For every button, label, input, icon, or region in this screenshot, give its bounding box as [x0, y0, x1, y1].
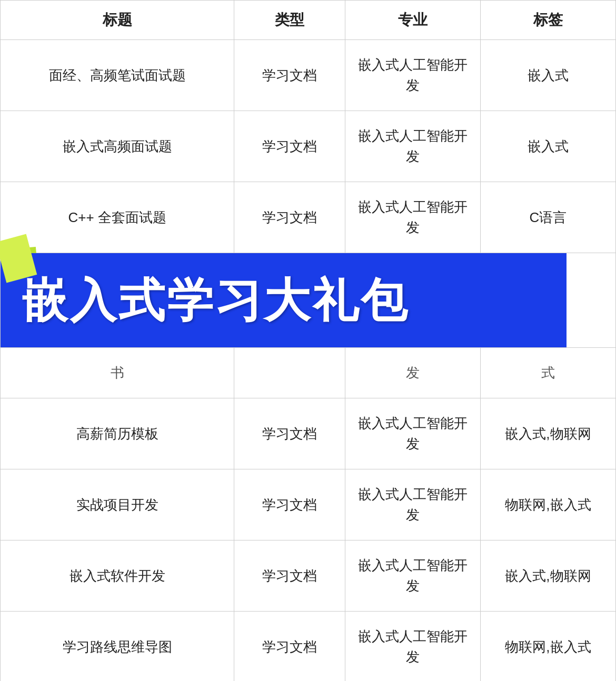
cell-major: 嵌入式人工智能开发	[345, 40, 480, 111]
cell-type: 学习文档	[234, 612, 345, 682]
cell-title: C++ 全套面试题	[1, 182, 234, 253]
cell-title: 学习路线思维导图	[1, 612, 234, 682]
banner-overlay: 嵌入式学习大礼包	[1, 253, 567, 347]
cell-tag: 物联网,嵌入式	[480, 469, 615, 540]
col-header-major: 专业	[345, 1, 480, 40]
cell-title: 嵌入式高频面试题	[1, 111, 234, 182]
table-row: 面经、高频笔试面试题 学习文档 嵌入式人工智能开发 嵌入式	[1, 40, 616, 111]
cell-major: 嵌入式人工智能开发	[345, 469, 480, 540]
cell-major-partial: 发	[345, 348, 480, 398]
cell-tag: C语言	[480, 182, 615, 253]
cell-title: 实战项目开发	[1, 469, 234, 540]
cell-major: 嵌入式人工智能开发	[345, 612, 480, 682]
cell-tag-partial: 式	[480, 348, 615, 398]
cell-major: 嵌入式人工智能开发	[345, 540, 480, 612]
col-header-type: 类型	[234, 1, 345, 40]
cell-title: 嵌入式软件开发	[1, 540, 234, 612]
main-table: 标题 类型 专业 标签 面经、高频笔试面试题 学习文档 嵌入式人工智能开发 嵌入…	[0, 0, 616, 681]
cell-type: 学习文档	[234, 398, 345, 469]
col-header-title: 标题	[1, 1, 234, 40]
cell-type: 学习文档	[234, 182, 345, 253]
cell-tag: 嵌入式	[480, 111, 615, 182]
cell-type: 学习文档	[234, 540, 345, 612]
cell-tag: 嵌入式,物联网	[480, 398, 615, 469]
banner-row: 嵌入式学习大礼包	[1, 253, 616, 348]
table-wrapper: 标题 类型 专业 标签 面经、高频笔试面试题 学习文档 嵌入式人工智能开发 嵌入…	[0, 0, 616, 681]
cell-type: 学习文档	[234, 111, 345, 182]
table-header-row: 标题 类型 专业 标签	[1, 1, 616, 40]
cell-major: 嵌入式人工智能开发	[345, 398, 480, 469]
table-row: 嵌入式软件开发 学习文档 嵌入式人工智能开发 嵌入式,物联网	[1, 540, 616, 612]
cell-major: 嵌入式人工智能开发	[345, 182, 480, 253]
table-row: 嵌入式高频面试题 学习文档 嵌入式人工智能开发 嵌入式	[1, 111, 616, 182]
table-row: C++ 全套面试题 学习文档 嵌入式人工智能开发 C语言	[1, 182, 616, 253]
cell-tag: 嵌入式,物联网	[480, 540, 615, 612]
cell-tag: 物联网,嵌入式	[480, 612, 615, 682]
table-row: 学习路线思维导图 学习文档 嵌入式人工智能开发 物联网,嵌入式	[1, 612, 616, 682]
table-row: 高薪简历模板 学习文档 嵌入式人工智能开发 嵌入式,物联网	[1, 398, 616, 469]
table-row: 实战项目开发 学习文档 嵌入式人工智能开发 物联网,嵌入式	[1, 469, 616, 540]
cell-type: 学习文档	[234, 469, 345, 540]
cell-title-partial: 书	[1, 348, 234, 398]
cell-type-partial	[234, 348, 345, 398]
col-header-tag: 标签	[480, 1, 615, 40]
table-row-partial: 书 发 式	[1, 348, 616, 398]
cell-tag: 嵌入式	[480, 40, 615, 111]
cell-title: 面经、高频笔试面试题	[1, 40, 234, 111]
cell-type: 学习文档	[234, 40, 345, 111]
cell-title: 高薪简历模板	[1, 398, 234, 469]
cell-major: 嵌入式人工智能开发	[345, 111, 480, 182]
banner-text: 嵌入式学习大礼包	[22, 266, 409, 335]
